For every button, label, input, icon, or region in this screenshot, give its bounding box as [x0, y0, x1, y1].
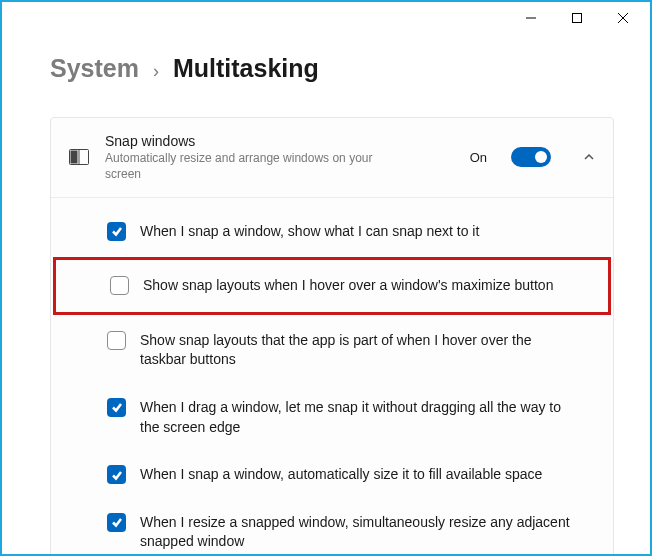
maximize-icon	[572, 13, 582, 23]
snap-windows-panel: Snap windows Automatically resize and ar…	[50, 117, 614, 556]
snap-option-row[interactable]: When I snap a window, show what I can sn…	[51, 208, 613, 256]
snap-description: Automatically resize and arrange windows…	[105, 150, 395, 182]
option-label: When I drag a window, let me snap it wit…	[140, 398, 570, 437]
snap-option-row[interactable]: Show snap layouts when I hover over a wi…	[53, 257, 611, 315]
checkbox[interactable]	[107, 513, 126, 532]
snap-option-row[interactable]: When I snap a window, automatically size…	[51, 451, 613, 499]
checkmark-icon	[111, 516, 123, 528]
chevron-right-icon: ›	[153, 61, 159, 82]
snap-windows-icon	[69, 149, 89, 165]
minimize-icon	[526, 13, 536, 23]
svg-rect-1	[573, 14, 582, 23]
option-label: Show snap layouts when I hover over a wi…	[143, 276, 553, 296]
close-button[interactable]	[600, 2, 646, 34]
checkbox[interactable]	[107, 222, 126, 241]
snap-options-list: When I snap a window, show what I can sn…	[51, 198, 613, 556]
snap-title-block: Snap windows Automatically resize and ar…	[105, 132, 454, 183]
snap-option-row[interactable]: When I resize a snapped window, simultan…	[51, 499, 613, 556]
checkbox[interactable]	[107, 398, 126, 417]
breadcrumb-parent[interactable]: System	[50, 54, 139, 83]
page-title: Multitasking	[173, 54, 319, 83]
snap-option-row[interactable]: Show snap layouts that the app is part o…	[51, 317, 613, 384]
option-label: When I snap a window, show what I can sn…	[140, 222, 479, 242]
chevron-up-icon	[583, 151, 595, 163]
snap-title: Snap windows	[105, 132, 454, 150]
snap-windows-header[interactable]: Snap windows Automatically resize and ar…	[51, 118, 613, 198]
option-label: Show snap layouts that the app is part o…	[140, 331, 570, 370]
snap-option-row[interactable]: When I drag a window, let me snap it wit…	[51, 384, 613, 451]
option-label: When I resize a snapped window, simultan…	[140, 513, 570, 552]
svg-rect-6	[71, 151, 78, 164]
checkbox[interactable]	[110, 276, 129, 295]
toggle-state-label: On	[470, 150, 487, 165]
checkmark-icon	[111, 401, 123, 413]
window-titlebar	[2, 2, 650, 34]
snap-windows-toggle[interactable]	[511, 147, 551, 167]
checkmark-icon	[111, 469, 123, 481]
breadcrumb: System › Multitasking	[50, 54, 614, 83]
checkbox[interactable]	[107, 331, 126, 350]
minimize-button[interactable]	[508, 2, 554, 34]
settings-content: System › Multitasking Snap windows Autom…	[2, 34, 650, 556]
checkbox[interactable]	[107, 465, 126, 484]
checkmark-icon	[111, 225, 123, 237]
close-icon	[618, 13, 628, 23]
maximize-button[interactable]	[554, 2, 600, 34]
option-label: When I snap a window, automatically size…	[140, 465, 542, 485]
